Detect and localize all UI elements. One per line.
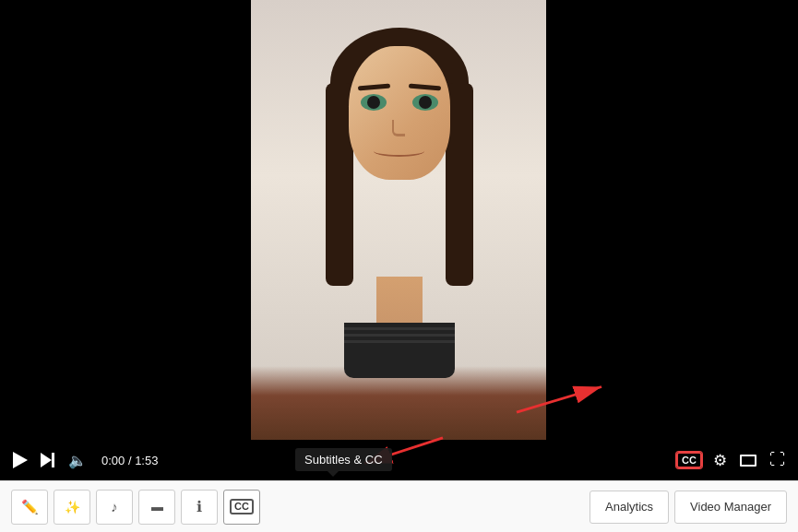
bottom-toolbar: ✏️ ✨ ♪ ▬ ℹ CC Analytics Video Manager Su… — [0, 480, 798, 532]
analytics-button[interactable]: Analytics — [590, 491, 669, 524]
music-icon: ♪ — [111, 499, 118, 514]
tooltip-container: Subtitles & CC — [295, 448, 392, 477]
analytics-label: Analytics — [605, 500, 653, 514]
cards-icon: ▬ — [151, 500, 162, 514]
video-manager-label: Video Manager — [690, 500, 771, 514]
video-manager-button[interactable]: Video Manager — [674, 491, 787, 524]
info-button[interactable]: ℹ — [181, 490, 218, 525]
tooltip-box: Subtitles & CC — [295, 448, 392, 471]
video-area[interactable] — [0, 0, 798, 440]
fullscreen-button[interactable]: ⛶ — [768, 449, 787, 471]
tooltip-arrow — [328, 471, 339, 477]
play-button[interactable] — [11, 450, 30, 470]
audio-button[interactable]: ♪ — [96, 490, 133, 525]
video-controls-bar: 🔈 0:00 / 1:53 CC ⚙ ⛶ — [0, 440, 798, 480]
fullscreen-icon: ⛶ — [769, 451, 785, 469]
play-icon — [13, 452, 28, 468]
skip-icon — [41, 453, 55, 467]
skip-button[interactable] — [39, 451, 57, 469]
wand-icon: ✨ — [65, 500, 80, 514]
miniplayer-button[interactable] — [738, 453, 758, 468]
right-letterbox — [546, 0, 798, 440]
cc-icon-controls: CC — [676, 452, 702, 468]
video-player: 🔈 0:00 / 1:53 CC ⚙ ⛶ ✏️ ✨ ♪ ▬ — [0, 0, 798, 532]
miniplayer-icon — [740, 455, 756, 467]
volume-button[interactable]: 🔈 — [66, 450, 89, 471]
cards-button[interactable]: ▬ — [138, 490, 175, 525]
cc-tool-button[interactable]: CC — [223, 490, 260, 525]
auto-fix-button[interactable]: ✨ — [54, 490, 90, 525]
edit-pencil-button[interactable]: ✏️ — [11, 490, 48, 525]
cc-tool-icon: CC — [230, 499, 254, 514]
settings-button[interactable]: ⚙ — [711, 449, 729, 472]
cc-button-controls[interactable]: CC — [676, 452, 702, 468]
tooltip-text: Subtitles & CC — [304, 453, 383, 467]
volume-icon: 🔈 — [68, 452, 87, 469]
info-icon: ℹ — [197, 498, 202, 515]
video-thumbnail — [251, 0, 547, 440]
gear-icon: ⚙ — [713, 451, 727, 470]
left-letterbox — [0, 0, 251, 440]
time-display: 0:00 / 1:53 — [101, 454, 158, 467]
pencil-icon: ✏️ — [21, 499, 39, 515]
